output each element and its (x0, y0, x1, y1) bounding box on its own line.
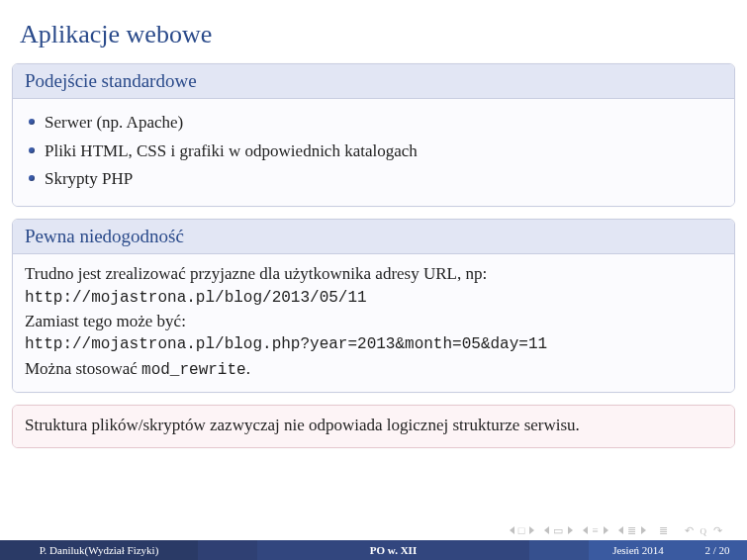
footer-author: P. Daniluk(Wydział Fizyki) (0, 540, 198, 560)
text-fragment: Można stosować (25, 359, 141, 378)
nav-first-icon[interactable]: □ (510, 524, 535, 536)
list-item: Skrypty PHP (45, 167, 722, 192)
list-item: Pliki HTML, CSS i grafiki w odpowiednich… (45, 140, 722, 164)
bullet-list: Serwer (np. Apache) Pliki HTML, CSS i gr… (25, 111, 722, 192)
block-standard-approach: Podejście standardowe Serwer (np. Apache… (12, 63, 735, 207)
footer-bar: P. Daniluk(Wydział Fizyki) PO w. XII Jes… (0, 540, 747, 560)
nav-back-icon[interactable]: ↶Q↷ (682, 524, 727, 537)
block-alert: Struktura plików/skryptów zazwyczaj nie … (12, 405, 735, 449)
block-inconvenience: Pewna niedogodność Trudno jest zrealizow… (12, 219, 735, 393)
block-header: Podejście standardowe (13, 64, 734, 99)
nav-prev-icon[interactable]: ▭ (544, 524, 573, 537)
block-header: Pewna niedogodność (13, 220, 734, 254)
slide-footer: □ ▭ ≡ ≣ ≣ ↶Q↷ P. Daniluk(Wydział Fizyki)… (0, 521, 747, 560)
list-item: Serwer (np. Apache) (45, 111, 722, 136)
footer-spacer (198, 540, 257, 560)
code-fragment: mod_rewrite (141, 361, 246, 379)
url-example-1: http://mojastrona.pl/blog/2013/05/11 (25, 287, 722, 310)
nav-next-section-icon[interactable]: ≣ (618, 524, 646, 537)
nav-next-icon[interactable]: ≣ (656, 524, 672, 537)
body-text: Zamiast tego może być: (25, 310, 722, 334)
footer-spacer (529, 540, 589, 560)
nav-prev-section-icon[interactable]: ≡ (583, 524, 607, 536)
text-fragment: . (246, 359, 250, 378)
block-body: Struktura plików/skryptów zazwyczaj nie … (13, 406, 734, 448)
block-body: Serwer (np. Apache) Pliki HTML, CSS i gr… (13, 99, 734, 206)
url-example-2: http://mojastrona.pl/blog.php?year=2013&… (25, 333, 722, 356)
slide-title: Aplikacje webowe (20, 20, 735, 49)
nav-controls: □ ▭ ≡ ≣ ≣ ↶Q↷ (0, 521, 747, 540)
body-text: Można stosować mod_rewrite. (25, 357, 722, 382)
slide-content: Aplikacje webowe Podejście standardowe S… (0, 0, 747, 448)
body-text: Trudno jest zrealizować przyjazne dla uż… (25, 262, 722, 287)
block-body: Trudno jest zrealizować przyjazne dla uż… (13, 254, 734, 392)
footer-page-number: 2 / 20 (688, 540, 747, 560)
footer-title: PO w. XII (257, 540, 529, 560)
footer-date: Jesień 2014 (589, 540, 688, 560)
